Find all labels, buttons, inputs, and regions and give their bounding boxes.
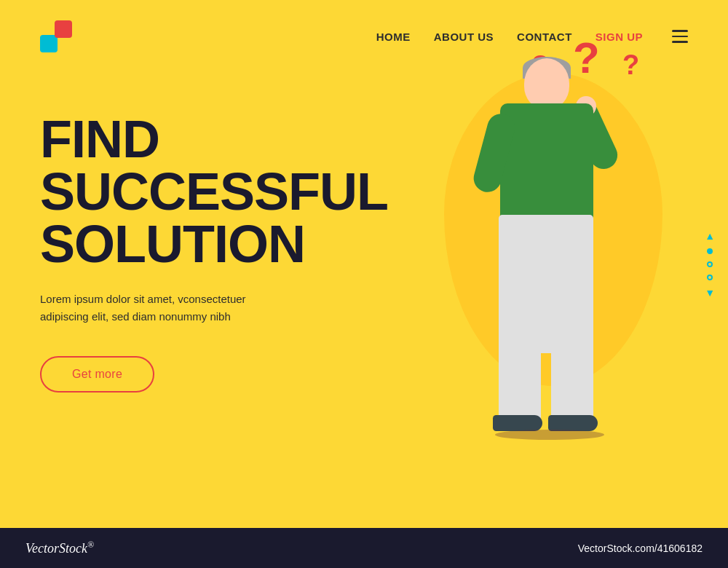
person-head — [524, 58, 569, 109]
logo[interactable] — [40, 20, 72, 52]
indicator-dot-2[interactable] — [707, 261, 713, 267]
logo-red-square — [55, 20, 72, 38]
hero-desc-line1: Lorem ipsum dolor sit amet, vconsectetue… — [40, 293, 246, 305]
person-figure: ? ? ? — [440, 58, 659, 444]
indicator-dot-1[interactable] — [707, 248, 713, 254]
question-mark-3: ? — [622, 51, 639, 79]
person-leg-right — [551, 335, 593, 422]
footer-registered: ® — [87, 540, 94, 550]
nav-home[interactable]: HOME — [376, 31, 411, 43]
nav-signup[interactable]: SIGN UP — [596, 31, 643, 43]
person-leg-left — [499, 335, 541, 422]
hamburger-line-3 — [672, 41, 688, 43]
hero-description: Lorem ipsum dolor sit amet, vconsectetue… — [40, 291, 288, 326]
footer-brand: VectorStock® — [25, 540, 94, 556]
person-pants — [499, 215, 593, 353]
footer-brand-name: VectorStock — [25, 541, 87, 556]
main-content: HOME ABOUT US CONTACT SIGN UP FIND SUCCE… — [0, 0, 728, 528]
hero-title-line2: SOLUTION — [40, 215, 305, 273]
hero-title: FIND SUCCESSFUL SOLUTION — [40, 113, 462, 270]
indicator-dot-3[interactable] — [707, 275, 713, 280]
hero-title-line1: FIND SUCCESSFUL — [40, 110, 388, 221]
footer: VectorStock® VectorStock.com/41606182 — [0, 528, 728, 568]
footer-url: VectorStock.com/41606182 — [578, 543, 703, 554]
indicator-arrow-down[interactable]: ▼ — [705, 288, 715, 298]
page-wrapper: HOME ABOUT US CONTACT SIGN UP FIND SUCCE… — [0, 0, 728, 568]
nav-links: HOME ABOUT US CONTACT SIGN UP — [376, 30, 688, 43]
person-shadow — [495, 430, 604, 440]
nav-contact[interactable]: CONTACT — [517, 31, 572, 43]
hero-text: FIND SUCCESSFUL SOLUTION Lorem ipsum dol… — [40, 113, 462, 393]
person-torso — [500, 103, 593, 220]
hamburger-line-1 — [672, 30, 688, 32]
person-shoe-left — [493, 415, 542, 431]
hero-desc-line2: adipiscing elit, sed diam nonummy nibh — [40, 310, 231, 323]
hamburger-menu[interactable] — [672, 30, 688, 43]
hamburger-line-2 — [672, 36, 688, 38]
navbar: HOME ABOUT US CONTACT SIGN UP — [0, 0, 728, 52]
indicator-arrow-up[interactable]: ▲ — [705, 231, 715, 241]
logo-blue-square — [40, 35, 58, 52]
nav-about[interactable]: ABOUT US — [434, 31, 494, 43]
person-shoe-right — [548, 415, 598, 431]
page-indicators: ▲ ▼ — [705, 231, 715, 298]
get-more-button[interactable]: Get more — [40, 356, 154, 393]
